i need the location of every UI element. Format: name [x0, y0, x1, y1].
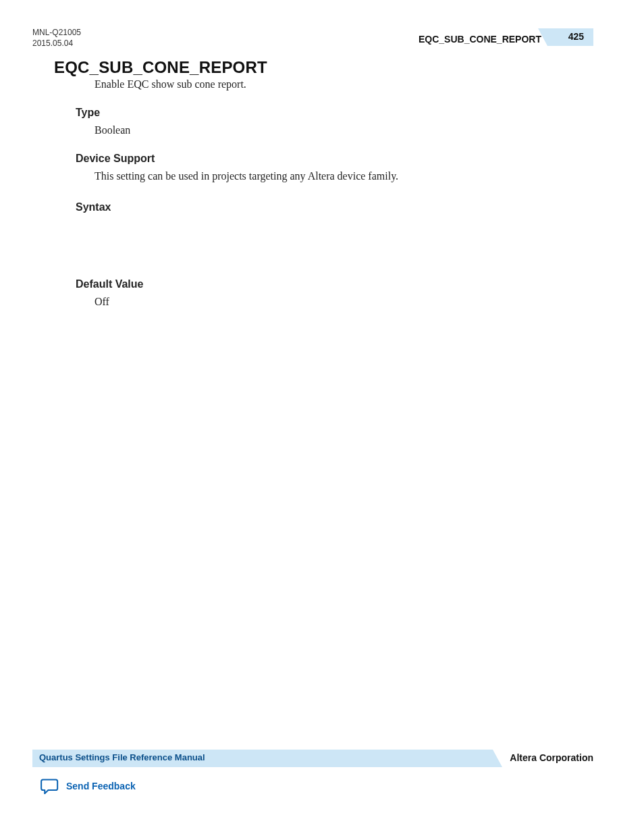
manual-title: Quartus Settings File Reference Manual: [39, 752, 205, 762]
section-heading-syntax: Syntax: [76, 201, 111, 213]
doc-date: 2015.05.04: [32, 38, 81, 49]
running-title: EQC_SUB_CONE_REPORT: [419, 34, 541, 45]
page-description: Enable EQC show sub cone report.: [95, 78, 246, 90]
section-heading-type: Type: [76, 107, 100, 119]
page: MNL-Q21005 2015.05.04 EQC_SUB_CONE_REPOR…: [0, 0, 644, 834]
section-heading-device-support: Device Support: [76, 153, 155, 165]
section-heading-default-value: Default Value: [76, 278, 143, 290]
page-number: 425: [568, 31, 584, 42]
page-title: EQC_SUB_CONE_REPORT: [54, 58, 267, 77]
footer-ribbon: Quartus Settings File Reference Manual: [32, 750, 493, 767]
doc-id: MNL-Q21005: [32, 27, 81, 38]
corporation-name: Altera Corporation: [510, 752, 593, 763]
feedback: Send Feedback: [41, 778, 136, 794]
section-value-device-support: This setting can be used in projects tar…: [95, 170, 398, 182]
page-number-badge: 425: [547, 28, 593, 46]
send-feedback-link[interactable]: Send Feedback: [66, 781, 136, 791]
section-value-default-value: Off: [95, 296, 109, 308]
header-left: MNL-Q21005 2015.05.04: [32, 27, 81, 49]
speech-bubble-icon: [41, 778, 59, 794]
section-value-type: Boolean: [95, 124, 130, 136]
